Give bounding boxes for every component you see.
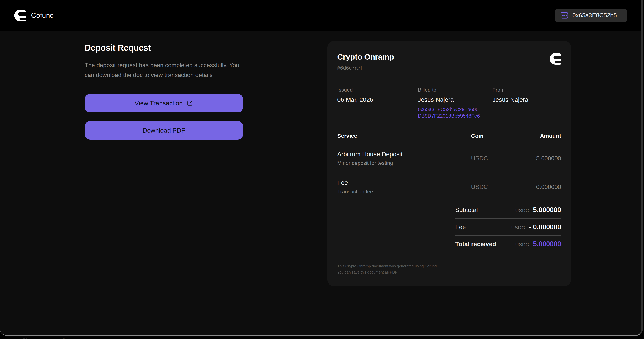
table-row: Fee Transaction fee USDC 0.000000 bbox=[337, 173, 561, 201]
from-label: From bbox=[492, 87, 556, 93]
billed-to-name: Jesus Najera bbox=[418, 96, 481, 103]
subtotal-label: Subtotal bbox=[455, 206, 478, 213]
banknote-icon bbox=[560, 12, 569, 19]
fee-row: Fee USDC - 0.000000 bbox=[455, 218, 561, 235]
total-received-amount: 5.000000 bbox=[533, 240, 561, 248]
receipt-document-id: #6d6e7a7f bbox=[337, 65, 394, 71]
table-row: Arbitrum House Deposit Minor deposit for… bbox=[337, 144, 561, 173]
subtotal-amount: 5.000000 bbox=[533, 206, 561, 214]
service-table-header: Service Coin Amount bbox=[337, 133, 561, 144]
coin-column-header: Coin bbox=[471, 133, 527, 139]
subtotal-row: Subtotal USDC 5.000000 bbox=[455, 201, 561, 218]
wallet-address-label: 0x65a3E8C52b5... bbox=[572, 12, 622, 19]
main-content: Deposit Request The deposit request has … bbox=[0, 31, 642, 336]
cropped-background-text: finances from customers bbox=[22, 336, 130, 339]
cofund-logo-icon bbox=[550, 53, 561, 65]
issued-label: Issued bbox=[337, 87, 406, 93]
total-received-row: Total received USDC 5.000000 bbox=[455, 235, 561, 252]
footer-line: This Crypto Onramp document was generate… bbox=[337, 263, 561, 269]
brand-name: Cofund bbox=[31, 12, 54, 20]
footer-line: You can save this document as PDF bbox=[337, 269, 561, 275]
subtotal-coin: USDC bbox=[515, 208, 529, 213]
receipt-info-grid: Issued 06 Mar, 2026 Billed to Jesus Naje… bbox=[337, 80, 561, 126]
fee-label: Fee bbox=[455, 224, 466, 231]
amount-value: 0.000000 bbox=[527, 183, 561, 190]
billed-to-label: Billed to bbox=[418, 87, 481, 93]
view-transaction-button[interactable]: View Transaction bbox=[84, 94, 243, 112]
page-title: Deposit Request bbox=[84, 43, 248, 53]
receipt-title: Crypto Onramp bbox=[337, 53, 394, 62]
service-name: Fee bbox=[337, 179, 471, 186]
fee-amount: - 0.000000 bbox=[529, 223, 561, 231]
total-received-label: Total received bbox=[455, 240, 496, 248]
wallet-address-button[interactable]: 0x65a3E8C52b5... bbox=[554, 9, 628, 22]
receipt-header: Crypto Onramp #6d6e7a7f bbox=[337, 53, 561, 71]
service-description: Minor deposit for testing bbox=[337, 160, 471, 166]
service-column-header: Service bbox=[337, 133, 471, 139]
amount-value: 5.000000 bbox=[527, 155, 561, 162]
service-description: Transaction fee bbox=[337, 189, 471, 195]
issued-cell: Issued 06 Mar, 2026 bbox=[337, 80, 412, 126]
crypto-onramp-receipt-card: Crypto Onramp #6d6e7a7f Issued 06 Mar, 2… bbox=[328, 41, 571, 286]
app-screen: Cofund 0x65a3E8C52b5... Deposit Request … bbox=[0, 0, 643, 336]
external-link-icon bbox=[186, 100, 193, 107]
amount-column-header: Amount bbox=[527, 133, 561, 139]
coin-value: USDC bbox=[471, 183, 527, 190]
action-buttons: View Transaction Download PDF bbox=[84, 94, 243, 140]
fee-coin: USDC bbox=[511, 225, 525, 231]
cofund-logo-icon bbox=[14, 9, 26, 22]
billed-to-cell: Billed to Jesus Najera 0x65a3E8C52b5C291… bbox=[412, 80, 486, 126]
from-name: Jesus Najera bbox=[492, 96, 556, 103]
download-pdf-button[interactable]: Download PDF bbox=[84, 121, 243, 140]
page-description: The deposit request has been completed s… bbox=[84, 60, 248, 80]
view-transaction-label: View Transaction bbox=[134, 100, 182, 107]
top-navigation-bar: Cofund 0x65a3E8C52b5... bbox=[0, 0, 642, 31]
billed-to-wallet-address[interactable]: 0x65a3E8C52b5C291b606DB9D7F22018Bb59548F… bbox=[418, 106, 481, 119]
total-received-coin: USDC bbox=[515, 242, 529, 248]
download-pdf-label: Download PDF bbox=[142, 127, 185, 134]
brand[interactable]: Cofund bbox=[14, 9, 54, 22]
from-cell: From Jesus Najera bbox=[486, 80, 561, 126]
receipt-footer: This Crypto Onramp document was generate… bbox=[337, 263, 561, 275]
deposit-request-panel: Deposit Request The deposit request has … bbox=[84, 43, 248, 140]
service-name: Arbitrum House Deposit bbox=[337, 151, 471, 158]
totals-block: Subtotal USDC 5.000000 Fee USDC - 0.0000… bbox=[455, 201, 561, 252]
issued-date: 06 Mar, 2026 bbox=[337, 96, 406, 103]
coin-value: USDC bbox=[471, 155, 527, 162]
